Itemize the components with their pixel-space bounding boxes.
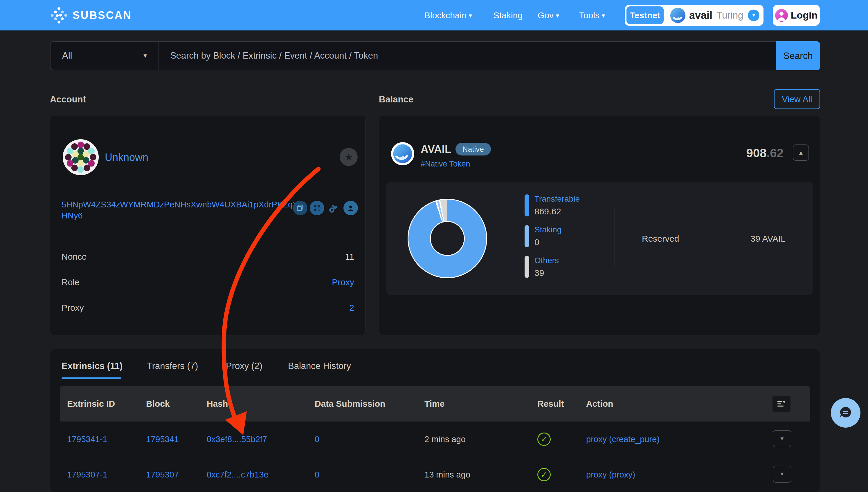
search-button[interactable]: Search	[776, 41, 820, 70]
native-badge: Native	[455, 143, 491, 155]
data-submission-link[interactable]: 0	[315, 457, 319, 492]
nav-gov[interactable]: Gov▾	[538, 0, 559, 30]
search-bar: All ▼ Search	[50, 41, 820, 70]
tab-balance-history[interactable]: Balance History	[288, 361, 351, 373]
legend-value: 869.62	[535, 206, 580, 216]
token-symbol: AVAIL	[421, 143, 451, 155]
block-link[interactable]: 1795307	[146, 457, 179, 492]
action-link[interactable]: proxy (create_pure)	[586, 421, 660, 457]
triangle-down-icon: ▼	[779, 471, 785, 477]
col-header-hash: Hash	[207, 386, 228, 421]
account-card: Unknown ★ 5HNpW4ZS34zWYMRMDzPeNHsXwnbW4U…	[50, 115, 366, 335]
row-expand-button[interactable]: ▼	[773, 430, 791, 447]
brand-name: SUBSCAN	[73, 9, 132, 22]
legend-label[interactable]: Others	[535, 256, 559, 265]
data-submission-link[interactable]: 0	[315, 421, 319, 457]
avail-logo-icon	[670, 7, 686, 23]
support-chat-button[interactable]	[831, 398, 861, 427]
subscan-logo-icon	[50, 6, 68, 24]
col-header-extrinsic-id: Extrinsic ID	[67, 386, 115, 421]
nav-tools[interactable]: Tools▾	[579, 0, 605, 30]
account-field-role: Role Proxy	[62, 276, 354, 288]
select-caret-icon: ▼	[142, 52, 148, 59]
tab-transfers[interactable]: Transfers (7)	[147, 361, 198, 373]
legend-transferable: Transferable 869.62	[524, 194, 580, 216]
testnet-chip[interactable]: Testnet	[627, 6, 664, 24]
balance-card: AVAIL Native #Native Token 908.62 ▲ Tran…	[379, 115, 820, 335]
divider	[50, 380, 820, 381]
account-profile-icon[interactable]	[344, 201, 358, 215]
hash-link[interactable]: 0x3ef8....55b2f7	[207, 421, 267, 457]
action-link[interactable]: proxy (proxy)	[586, 457, 635, 492]
legend-others: Others 39	[524, 256, 559, 278]
chevron-down-icon: ▾	[469, 0, 472, 31]
key-icon[interactable]	[327, 201, 341, 215]
table-row: 1795341-1 1795341 0x3ef8....55b2f7 0 2 m…	[60, 421, 810, 457]
nav-staking[interactable]: Staking	[493, 0, 522, 30]
view-all-button[interactable]: View All	[774, 89, 820, 109]
login-button[interactable]: Login	[773, 5, 820, 26]
success-check-icon: ✓	[537, 468, 551, 481]
activity-card: Extrinsics (11) Transfers (7) Proxy (2) …	[50, 349, 820, 492]
divider	[50, 194, 365, 194]
balance-chart-panel: Transferable 869.62 Staking 0 Others 39	[386, 181, 813, 295]
legend-label[interactable]: Transferable	[535, 194, 580, 204]
success-check-icon: ✓	[537, 433, 551, 446]
divider	[615, 206, 615, 267]
native-token-tag[interactable]: #Native Token	[421, 159, 470, 169]
account-field-nonce: Nonce 11	[62, 251, 354, 263]
copy-icon[interactable]	[293, 201, 307, 215]
collapse-button[interactable]: ▲	[793, 145, 809, 161]
favorite-star-button[interactable]: ★	[339, 148, 358, 166]
navbar: SUBSCAN Blockchain▾ Staking Gov▾ Tools▾ …	[0, 0, 868, 30]
table-filter-button[interactable]	[773, 396, 791, 412]
account-identicon	[63, 139, 99, 175]
login-label: Login	[791, 9, 818, 21]
block-link[interactable]: 1795341	[146, 421, 179, 457]
col-header-result: Result	[537, 386, 564, 421]
legend-value: 0	[535, 237, 561, 247]
account-section-title: Account	[50, 94, 86, 105]
extrinsic-id-link[interactable]: 1795307-1	[67, 457, 108, 492]
col-header-time: Time	[424, 386, 444, 421]
col-header-action: Action	[586, 386, 613, 421]
network-selector[interactable]: Testnet avail Turing ▼	[625, 5, 764, 26]
table-row: 1795307-1 1795307 0xc7f2....c7b13e 0 13 …	[60, 457, 810, 492]
time-cell: 13 mins ago	[424, 457, 470, 492]
account-address[interactable]: 5HNpW4ZS34zWYMRMDzPeNHsXwnbW4UXBAi1pXdrP…	[62, 199, 308, 221]
reserved-label: Reserved	[642, 234, 679, 244]
chevron-down-icon: ▾	[602, 0, 605, 31]
legend-marker-staking	[524, 225, 529, 247]
address-actions	[293, 201, 358, 215]
legend-label[interactable]: Staking	[535, 225, 561, 235]
extrinsics-table: Extrinsic ID Block Hash Data Submission …	[60, 386, 810, 492]
tab-extrinsics[interactable]: Extrinsics (11)	[62, 361, 122, 373]
avail-token-logo	[391, 142, 414, 165]
time-cell: 2 mins ago	[424, 421, 466, 457]
col-header-block: Block	[146, 386, 170, 421]
network-chevron-icon[interactable]: ▼	[748, 9, 759, 21]
reserved-value: 39 AVAIL	[750, 234, 785, 244]
qr-code-icon[interactable]	[310, 201, 324, 215]
hash-link[interactable]: 0xc7f2....c7b13e	[207, 457, 268, 492]
legend-value: 39	[535, 268, 559, 278]
account-name[interactable]: Unknown	[105, 151, 148, 164]
legend-staking: Staking 0	[524, 225, 561, 247]
nav-blockchain[interactable]: Blockchain▾	[424, 0, 472, 30]
star-icon: ★	[344, 152, 353, 162]
table-header: Extrinsic ID Block Hash Data Submission …	[60, 386, 810, 421]
network-brand: avail	[689, 9, 712, 22]
subscan-logo[interactable]: SUBSCAN	[50, 0, 132, 30]
search-input[interactable]	[159, 42, 776, 70]
triangle-down-icon: ▼	[779, 436, 785, 442]
account-field-proxy: Proxy 2	[62, 302, 354, 314]
token-amount: 908.62	[746, 146, 783, 160]
network-chain: Turing	[717, 10, 743, 21]
subscan-account-page: SUBSCAN Blockchain▾ Staking Gov▾ Tools▾ …	[0, 0, 868, 492]
balance-donut-chart	[407, 199, 487, 278]
row-expand-button[interactable]: ▼	[773, 466, 791, 483]
tab-proxy[interactable]: Proxy (2)	[226, 361, 262, 373]
extrinsic-id-link[interactable]: 1795341-1	[67, 421, 108, 457]
filter-icon	[777, 400, 786, 408]
search-filter-select[interactable]: All ▼	[50, 42, 159, 70]
